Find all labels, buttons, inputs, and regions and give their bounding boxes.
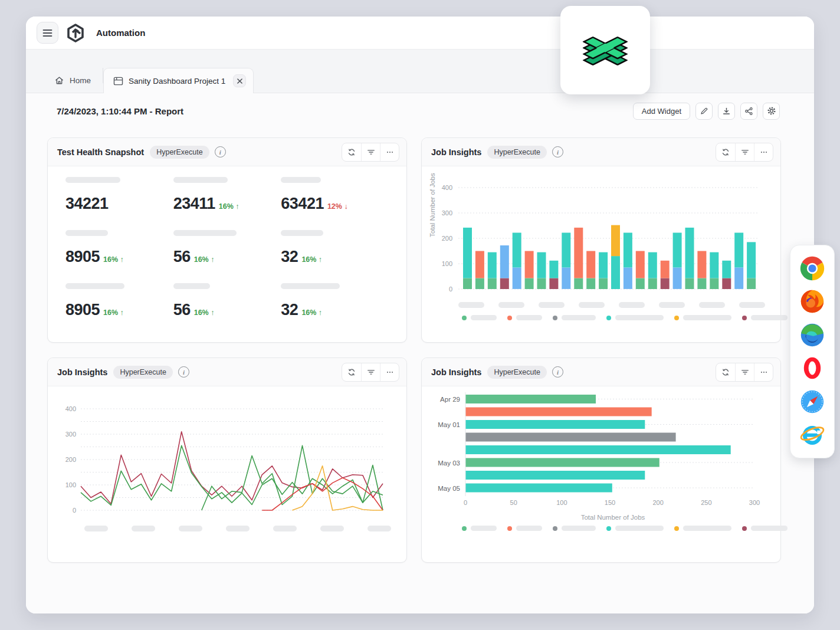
stacked-bar-segment[interactable] [697, 251, 706, 278]
more-options-button[interactable] [380, 143, 399, 161]
stacked-bar-segment[interactable] [685, 278, 694, 290]
stacked-bar-segment[interactable] [488, 252, 497, 278]
info-icon[interactable]: i [552, 146, 563, 158]
stacked-bar-segment[interactable] [673, 233, 682, 268]
stacked-bar-segment[interactable] [586, 251, 595, 278]
edit-button[interactable] [695, 103, 713, 120]
stacked-bar-segment[interactable] [673, 267, 682, 289]
filter-button[interactable] [361, 143, 380, 161]
stacked-bar-segment[interactable] [599, 278, 608, 290]
refresh-button[interactable] [716, 143, 735, 161]
legend-item[interactable] [462, 526, 497, 531]
stacked-bar-segment[interactable] [488, 278, 497, 290]
stacked-bar-segment[interactable] [661, 261, 670, 278]
stacked-bar-segment[interactable] [636, 278, 645, 290]
hamburger-menu-button[interactable] [37, 22, 58, 44]
stacked-bar-segment[interactable] [722, 261, 731, 278]
hbar-bar[interactable] [466, 484, 612, 493]
stacked-bar-segment[interactable] [537, 252, 546, 278]
legend-item[interactable] [553, 526, 596, 531]
info-icon[interactable]: i [215, 146, 226, 158]
legend-item[interactable] [606, 315, 664, 320]
hbar-bar[interactable] [466, 471, 645, 480]
stacked-bar-segment[interactable] [636, 251, 645, 278]
stacked-bar-segment[interactable] [648, 252, 657, 278]
stacked-bar-segment[interactable] [500, 245, 509, 278]
add-widget-button[interactable]: Add Widget [633, 103, 690, 120]
stacked-bar-segment[interactable] [525, 251, 534, 278]
stacked-bar-segment[interactable] [537, 278, 546, 290]
stacked-bar-segment[interactable] [734, 267, 743, 289]
hbar-bar[interactable] [466, 445, 731, 454]
info-icon[interactable]: i [178, 366, 189, 378]
stacked-bar-segment[interactable] [624, 267, 632, 289]
stacked-bar-segment[interactable] [624, 233, 632, 268]
stacked-bar-segment[interactable] [599, 252, 608, 278]
stacked-bar-segment[interactable] [475, 251, 484, 278]
stacked-bar-segment[interactable] [549, 278, 558, 290]
stacked-bar-segment[interactable] [562, 233, 570, 268]
stacked-bar-segment[interactable] [648, 278, 657, 290]
stacked-bar-segment[interactable] [710, 278, 718, 290]
legend-item[interactable] [507, 315, 542, 320]
stacked-bar-segment[interactable] [549, 261, 558, 278]
legend-item[interactable] [606, 526, 664, 531]
tab-close-button[interactable] [233, 74, 246, 87]
firefox-icon[interactable] [799, 288, 825, 314]
stacked-bar-segment[interactable] [685, 228, 694, 278]
stacked-bar-segment[interactable] [611, 225, 620, 257]
refresh-button[interactable] [716, 363, 735, 381]
filter-button[interactable] [735, 143, 754, 161]
info-icon[interactable]: i [552, 366, 563, 378]
filter-button[interactable] [361, 363, 380, 381]
stacked-bar-segment[interactable] [722, 278, 731, 290]
legend-item[interactable] [742, 315, 788, 320]
legend-item[interactable] [462, 315, 497, 320]
opera-icon[interactable] [799, 355, 825, 381]
hbar-bar[interactable] [466, 458, 659, 467]
stacked-bar-segment[interactable] [611, 256, 620, 289]
hbar-bar[interactable] [466, 420, 645, 429]
hyperexecute-logo-card[interactable] [560, 6, 650, 94]
stacked-bar-segment[interactable] [747, 242, 756, 278]
stacked-bar-segment[interactable] [710, 252, 718, 278]
legend-item[interactable] [674, 315, 731, 320]
hbar-bar[interactable] [466, 395, 596, 403]
stacked-bar-segment[interactable] [513, 267, 521, 289]
stacked-bar-segment[interactable] [586, 278, 595, 290]
edge-icon[interactable] [799, 322, 825, 348]
hbar-bar[interactable] [466, 433, 676, 442]
legend-item[interactable] [742, 526, 788, 531]
stacked-bar-segment[interactable] [747, 278, 756, 290]
settings-button[interactable] [763, 103, 780, 120]
chrome-icon[interactable] [799, 255, 825, 281]
internet-explorer-icon[interactable] [799, 422, 825, 448]
stacked-bar-segment[interactable] [661, 278, 670, 290]
hbar-bar[interactable] [466, 408, 652, 416]
share-button[interactable] [740, 103, 757, 120]
more-options-button[interactable] [380, 363, 399, 381]
stacked-bar-segment[interactable] [500, 278, 509, 290]
download-button[interactable] [718, 103, 735, 120]
stacked-bar-segment[interactable] [463, 228, 472, 278]
stacked-bar-segment[interactable] [574, 278, 583, 290]
legend-item[interactable] [507, 526, 542, 531]
legend-item[interactable] [553, 315, 596, 320]
tab-dashboard-project[interactable]: Sanity Dashboard Project 1 [103, 68, 254, 93]
stacked-bar-segment[interactable] [525, 278, 534, 290]
stacked-bar-segment[interactable] [513, 233, 521, 268]
stacked-bar-segment[interactable] [562, 267, 570, 289]
refresh-button[interactable] [342, 143, 361, 161]
filter-button[interactable] [735, 363, 754, 381]
legend-item[interactable] [674, 526, 731, 531]
stacked-bar-segment[interactable] [734, 233, 743, 268]
more-options-button[interactable] [754, 143, 773, 161]
safari-icon[interactable] [799, 389, 825, 415]
stacked-bar-segment[interactable] [475, 278, 484, 290]
stacked-bar-segment[interactable] [697, 278, 706, 290]
refresh-button[interactable] [342, 363, 361, 381]
stacked-bar-segment[interactable] [574, 228, 583, 278]
more-options-button[interactable] [754, 363, 773, 381]
stacked-bar-segment[interactable] [463, 278, 472, 290]
tab-home[interactable]: Home [42, 68, 103, 93]
